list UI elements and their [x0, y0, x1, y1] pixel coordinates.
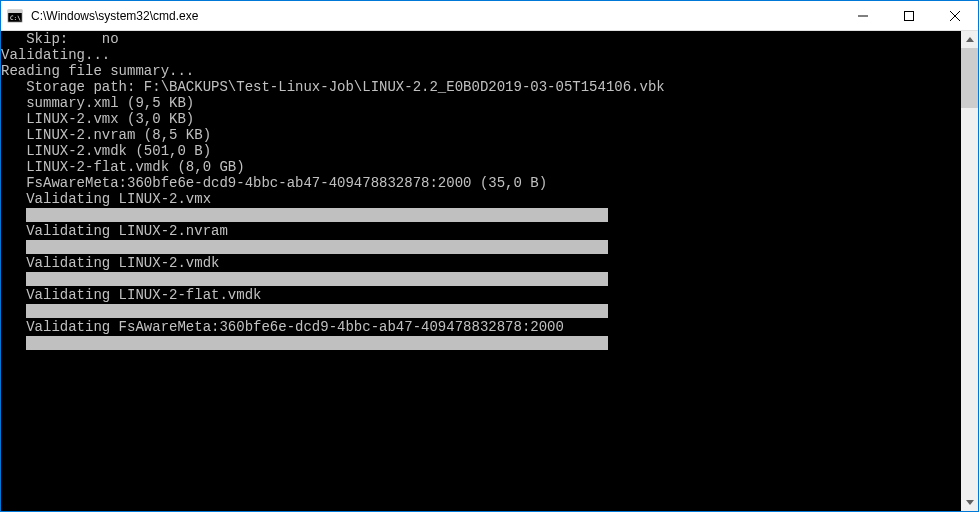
output-line: Validating... — [1, 47, 961, 63]
progress-bar — [26, 304, 608, 318]
validation-label: Validating FsAwareMeta:360bfe6e-dcd9-4bb… — [1, 319, 961, 335]
output-line: LINUX-2.nvram (8,5 KB) — [1, 127, 961, 143]
titlebar[interactable]: C:\ C:\Windows\system32\cmd.exe — [1, 1, 978, 31]
vertical-scrollbar[interactable] — [961, 31, 978, 511]
progress-row — [1, 207, 961, 223]
progress-row — [1, 271, 961, 287]
output-line: summary.xml (9,5 KB) — [1, 95, 961, 111]
maximize-button[interactable] — [886, 1, 932, 30]
progress-row — [1, 303, 961, 319]
output-line: LINUX-2.vmx (3,0 KB) — [1, 111, 961, 127]
svg-rect-4 — [905, 11, 914, 20]
scroll-down-arrow-icon[interactable] — [961, 494, 978, 511]
output-line: FsAwareMeta:360bfe6e-dcd9-4bbc-ab47-4094… — [1, 175, 961, 191]
progress-bar — [26, 272, 608, 286]
svg-rect-1 — [8, 10, 22, 13]
output-line: Storage path: F:\BACKUPS\Test-Linux-Job\… — [1, 79, 961, 95]
progress-bar — [26, 336, 608, 350]
output-line: Reading file summary... — [1, 63, 961, 79]
scroll-thumb[interactable] — [961, 48, 978, 108]
output-line: LINUX-2.vmdk (501,0 B) — [1, 143, 961, 159]
scroll-up-arrow-icon[interactable] — [961, 31, 978, 48]
close-button[interactable] — [932, 1, 978, 30]
minimize-button[interactable] — [840, 1, 886, 30]
validation-label: Validating LINUX-2.nvram — [1, 223, 961, 239]
svg-text:C:\: C:\ — [10, 14, 21, 21]
window-title: C:\Windows\system32\cmd.exe — [29, 9, 840, 23]
console-output[interactable]: Skip: noValidating...Reading file summar… — [1, 31, 961, 511]
cmd-icon: C:\ — [7, 8, 23, 24]
output-line: Skip: no — [1, 31, 961, 47]
progress-row — [1, 239, 961, 255]
scroll-track[interactable] — [961, 48, 978, 494]
validation-label: Validating LINUX-2-flat.vmdk — [1, 287, 961, 303]
validation-label: Validating LINUX-2.vmx — [1, 191, 961, 207]
progress-bar — [26, 208, 608, 222]
progress-bar — [26, 240, 608, 254]
output-line: LINUX-2-flat.vmdk (8,0 GB) — [1, 159, 961, 175]
progress-row — [1, 335, 961, 351]
window-controls — [840, 1, 978, 30]
validation-label: Validating LINUX-2.vmdk — [1, 255, 961, 271]
